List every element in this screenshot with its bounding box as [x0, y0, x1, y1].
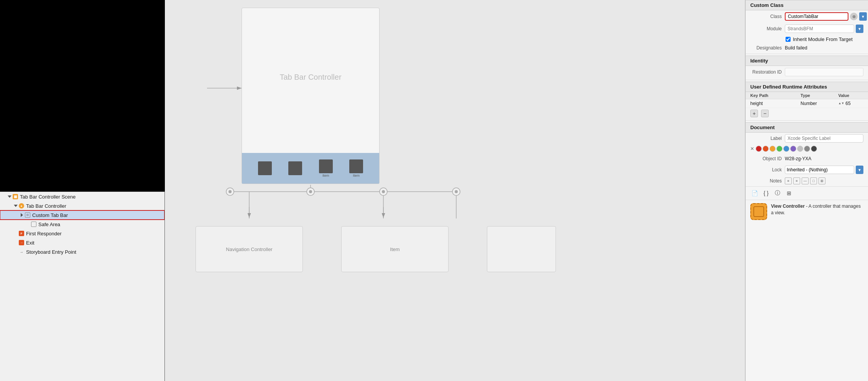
color-x-btn[interactable]: ✕ — [750, 146, 754, 151]
module-row: Module ▼ — [746, 23, 868, 35]
tab-item-1 — [258, 161, 272, 175]
color-blue[interactable] — [783, 146, 789, 152]
color-gray[interactable] — [804, 146, 810, 152]
tab-item-2 — [288, 161, 302, 175]
object-id-value: W28-zg-YXA — [785, 156, 811, 161]
add-attribute-btn[interactable]: + — [750, 110, 758, 117]
vc-text: View Controller - A controller that mana… — [771, 203, 863, 216]
notes-icon-lines2[interactable]: ≡ — [793, 177, 800, 184]
lock-select-wrap: Inherited - (Nothing) ▼ — [785, 166, 863, 174]
vc-description-area: View Controller - A controller that mana… — [746, 200, 868, 223]
restoration-id-input[interactable] — [785, 68, 863, 76]
vc-icon — [750, 203, 767, 220]
notes-icon-lines[interactable]: ≡ — [785, 177, 792, 184]
inherit-module-checkbox[interactable] — [786, 37, 791, 42]
nav-label-first-responder: First Responder — [26, 231, 61, 236]
color-purple[interactable] — [790, 146, 796, 152]
class-select-wrap: ⊗ ▼ — [785, 12, 867, 21]
object-id-row: Object ID W28-zg-YXA — [746, 153, 868, 164]
tab-block-3 — [319, 159, 333, 173]
toolbar-doc-icon[interactable]: 📄 — [750, 189, 759, 197]
svg-point-7 — [226, 188, 234, 195]
module-dropdown-btn[interactable]: ▼ — [856, 25, 863, 33]
udra-type-1: Number — [801, 101, 838, 106]
lock-select[interactable]: Inherited - (Nothing) — [785, 166, 854, 174]
divider-3 — [746, 120, 868, 121]
triangle-custom-tab[interactable] — [20, 213, 24, 217]
doc-label-label: Label — [750, 136, 785, 141]
svg-point-9 — [307, 188, 314, 195]
color-orange-red[interactable] — [763, 146, 769, 152]
notes-icon-box2[interactable]: ⊞ — [819, 177, 825, 184]
toolbar-lines-icon[interactable]: ⊞ — [785, 189, 793, 197]
toolbar-braces-icon[interactable]: { } — [762, 189, 770, 197]
nav-label-safe-area: Safe Area — [38, 222, 60, 227]
color-red[interactable] — [756, 146, 762, 152]
nav-label-custom-tab-bar: Custom Tab Bar — [32, 212, 68, 218]
remove-attribute-btn[interactable]: − — [761, 110, 769, 117]
triangle-safe — [26, 222, 30, 226]
triangle-ep — [14, 250, 18, 254]
class-input[interactable] — [785, 12, 848, 21]
class-dropdown-btn[interactable]: ▼ — [859, 12, 867, 21]
divider-2 — [746, 80, 868, 80]
lock-dropdown-btn[interactable]: ▼ — [856, 166, 863, 174]
udra-table-header: Key Path Type Value — [746, 92, 868, 99]
nav-item-custom-tab-bar[interactable]: ⊟ Custom Tab Bar — [0, 210, 164, 220]
udra-keypath-1: height — [750, 101, 801, 106]
notes-icon-dash[interactable]: — — [802, 177, 809, 184]
first-responder-icon: F — [18, 230, 25, 236]
class-clear-btn[interactable]: ⊗ — [850, 13, 858, 20]
nav-item-scene[interactable]: ▦ Tab Bar Controller Scene — [0, 192, 164, 201]
divider-1 — [746, 54, 868, 54]
col-keypath: Key Path — [750, 93, 801, 98]
add-remove-row: + − — [746, 108, 868, 119]
tab-label-3: Item — [322, 174, 329, 177]
nav-item-exit[interactable]: → Exit — [0, 238, 164, 247]
stepper-arrows[interactable]: ▲▼ — [838, 102, 844, 105]
col-value: Value — [838, 93, 863, 98]
center-panel[interactable]: Tab Bar Controller Item Item Navigation … — [165, 0, 745, 381]
bottom-toolbar: 📄 { } ⓘ ⊞ — [746, 186, 868, 200]
nav-controller-label: Navigation Controller — [226, 246, 272, 252]
custom-tab-icon: ⊟ — [25, 212, 31, 218]
lock-row: Lock Inherited - (Nothing) ▼ — [746, 164, 868, 176]
color-orange[interactable] — [769, 146, 776, 152]
color-dark-gray[interactable] — [811, 146, 817, 152]
nav-item-safe-area[interactable]: Safe Area — [0, 220, 164, 229]
notes-icon-box1[interactable]: □ — [810, 177, 817, 184]
color-swatch-row: ✕ — [746, 144, 868, 153]
nav-item-tbc[interactable]: ● Tab Bar Controller — [0, 201, 164, 210]
scene-icon: ▦ — [12, 194, 18, 200]
item-box-right — [487, 226, 556, 272]
doc-label-input[interactable] — [785, 134, 863, 143]
tab-block-1 — [258, 161, 272, 175]
canvas-preview — [0, 0, 165, 192]
doc-label-row: Label — [746, 133, 868, 144]
class-label: Class — [750, 14, 785, 19]
triangle-tbc[interactable] — [14, 204, 18, 208]
module-label: Module — [750, 26, 785, 31]
color-green[interactable] — [776, 146, 783, 152]
nav-controller-box: Navigation Controller — [196, 226, 303, 272]
svg-point-14 — [455, 190, 458, 193]
color-light-gray[interactable] — [797, 146, 803, 152]
udra-value-1: ▲▼ 65 — [838, 101, 863, 106]
identity-header: Identity — [746, 56, 868, 66]
inherit-module-label: Inherit Module From Target — [793, 36, 853, 42]
designables-label: Designables — [750, 45, 785, 51]
notes-label: Notes — [750, 178, 785, 184]
right-panel: Custom Class Class ⊗ ▼ Module ▼ Inherit … — [745, 0, 868, 381]
triangle-scene[interactable] — [8, 195, 12, 199]
tab-item-3: Item — [319, 159, 333, 177]
tab-item-4: Item — [349, 159, 363, 177]
toolbar-info-icon[interactable]: ⓘ — [773, 189, 782, 197]
tbc-tab-bar: Item Item — [242, 153, 379, 184]
left-panel: ▦ Tab Bar Controller Scene ● Tab Bar Con… — [0, 0, 165, 381]
designables-row: Designables Build failed — [746, 44, 868, 52]
nav-item-entry-point[interactable]: → Storyboard Entry Point — [0, 247, 164, 256]
nav-item-first-responder[interactable]: F First Responder — [0, 229, 164, 238]
custom-class-header: Custom Class — [746, 0, 868, 10]
module-input[interactable] — [785, 25, 854, 33]
udra-row-1: height Number ▲▼ 65 — [746, 99, 868, 108]
